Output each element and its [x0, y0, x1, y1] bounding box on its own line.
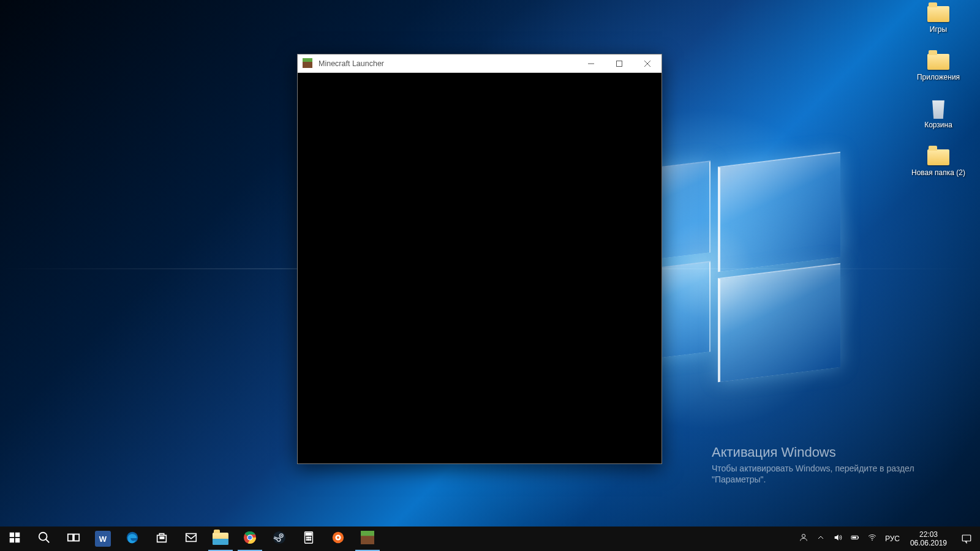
svg-rect-5 — [10, 538, 14, 542]
recycle-bin[interactable]: Корзина — [902, 97, 975, 144]
volume-tray-icon[interactable] — [829, 527, 846, 551]
taskview-icon — [67, 531, 80, 547]
chevron-icon — [816, 533, 826, 545]
orange-icon — [331, 531, 345, 547]
svg-rect-9 — [74, 534, 79, 541]
word-icon: W — [95, 531, 111, 547]
system-tray: РУС 22:03 06.06.2019 — [795, 527, 980, 551]
explorer-icon — [213, 533, 228, 545]
svg-rect-8 — [68, 534, 73, 541]
search-icon — [37, 531, 51, 547]
bin-icon — [926, 99, 951, 120]
desktop-icon-label: Игры — [929, 24, 948, 34]
apps-folder[interactable]: Приложения — [902, 49, 975, 97]
volume-icon — [833, 533, 843, 545]
activation-title: Активация Windows — [712, 444, 969, 460]
minecraft-icon — [361, 531, 374, 547]
folder-icon — [926, 4, 951, 24]
svg-point-19 — [281, 535, 282, 537]
desktop-background: Игры Приложения Корзина Новая папка (2) … — [0, 0, 980, 551]
svg-point-25 — [306, 539, 307, 541]
svg-point-24 — [310, 537, 311, 538]
wifi-tray-icon[interactable] — [864, 527, 881, 551]
svg-rect-4 — [15, 533, 20, 537]
store-taskbar[interactable] — [147, 527, 176, 551]
games-folder[interactable]: Игры — [902, 1, 975, 49]
svg-point-23 — [308, 537, 309, 538]
desktop-icon-label: Новая папка (2) — [910, 168, 967, 178]
window-titlebar[interactable]: Minecraft Launcher — [298, 54, 662, 73]
close-button[interactable] — [633, 54, 662, 73]
svg-rect-1 — [303, 58, 312, 62]
action-center-button[interactable] — [953, 533, 980, 544]
svg-point-16 — [248, 536, 252, 540]
svg-rect-32 — [361, 531, 374, 536]
calculator-taskbar[interactable] — [294, 527, 323, 551]
svg-point-30 — [337, 536, 339, 539]
svg-point-27 — [310, 539, 311, 541]
wifi-icon — [867, 533, 877, 545]
start-icon — [8, 531, 21, 547]
search-button[interactable] — [29, 527, 59, 551]
svg-rect-11 — [160, 537, 162, 539]
windows-activation-watermark: Активация Windows Чтобы активировать Win… — [712, 444, 969, 485]
people-icon — [799, 533, 809, 545]
new-folder-2[interactable]: Новая папка (2) — [902, 144, 975, 192]
svg-point-7 — [39, 533, 47, 541]
minecraft-launcher-window[interactable]: Minecraft Launcher — [297, 54, 662, 464]
input-language-button[interactable]: РУС — [881, 527, 904, 551]
steam-taskbar[interactable] — [265, 527, 294, 551]
svg-point-26 — [308, 539, 309, 541]
maximize-button[interactable] — [605, 54, 633, 73]
chevron-up-tray-icon[interactable] — [812, 527, 829, 551]
svg-point-37 — [872, 539, 873, 541]
edge-taskbar[interactable] — [118, 527, 147, 551]
start-button[interactable] — [0, 527, 29, 551]
chrome-icon — [243, 531, 257, 547]
battery-icon — [850, 533, 860, 545]
folder-icon — [926, 51, 951, 72]
window-client-area — [298, 73, 661, 463]
taskbar: W РУС 22:03 06 — [0, 527, 980, 551]
task-view-button[interactable] — [59, 527, 88, 551]
desktop-icon-label: Корзина — [923, 120, 954, 130]
mail-icon — [184, 531, 198, 547]
minecraft-icon — [303, 58, 314, 69]
window-title: Minecraft Launcher — [318, 59, 384, 68]
word-taskbar[interactable]: W — [88, 527, 118, 551]
folder-icon — [926, 147, 951, 168]
steam-icon — [273, 531, 286, 547]
minecraft-taskbar[interactable] — [353, 527, 382, 551]
clock-time: 22:03 — [910, 530, 947, 539]
svg-point-33 — [802, 534, 805, 538]
svg-rect-36 — [852, 537, 856, 539]
svg-rect-35 — [858, 537, 859, 539]
edge-icon — [126, 531, 139, 547]
battery-tray-icon[interactable] — [846, 527, 864, 551]
svg-rect-13 — [186, 534, 197, 542]
minimize-button[interactable] — [577, 54, 605, 73]
store-icon — [155, 531, 168, 547]
explorer-taskbar[interactable] — [206, 527, 235, 551]
people-tray-icon[interactable] — [795, 527, 812, 551]
taskbar-clock[interactable]: 22:03 06.06.2019 — [904, 527, 953, 551]
clock-date: 06.06.2019 — [910, 539, 947, 547]
svg-point-22 — [306, 537, 307, 538]
svg-rect-38 — [962, 535, 971, 541]
desktop-icon-label: Приложения — [916, 72, 961, 82]
chrome-taskbar[interactable] — [235, 527, 265, 551]
svg-rect-2 — [617, 61, 622, 66]
activation-body: Чтобы активировать Windows, перейдите в … — [712, 463, 969, 485]
svg-rect-12 — [162, 537, 164, 539]
mail-taskbar[interactable] — [176, 527, 206, 551]
calc-icon — [302, 531, 315, 547]
svg-rect-21 — [306, 533, 311, 536]
svg-rect-3 — [10, 533, 14, 537]
app-orange-taskbar[interactable] — [323, 527, 353, 551]
svg-rect-6 — [15, 538, 20, 542]
